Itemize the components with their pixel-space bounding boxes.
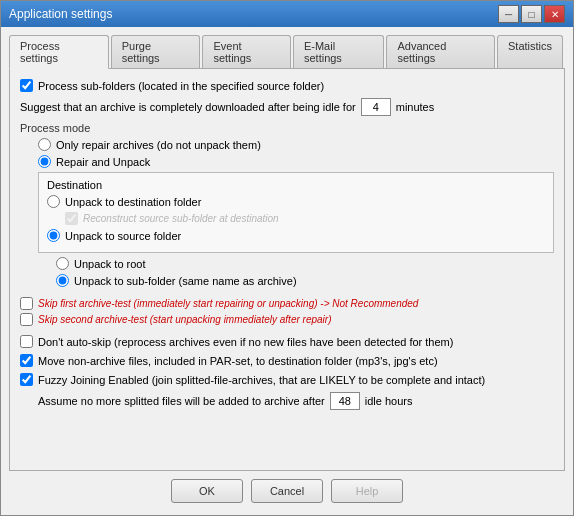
idle-hours-prefix: Assume no more splitted files will be ad…	[38, 395, 325, 407]
cancel-button[interactable]: Cancel	[251, 479, 323, 503]
tab-purge-settings[interactable]: Purge settings	[111, 35, 201, 68]
fuzzy-joining-label: Fuzzy Joining Enabled (join splitted-fil…	[38, 374, 485, 386]
unpack-source-radio[interactable]	[47, 229, 60, 242]
skip-first-row: Skip first archive-test (immediately sta…	[20, 297, 554, 310]
process-subfolders-row: Process sub-folders (located in the spec…	[20, 79, 554, 92]
tab-bar: Process settings Purge settings Event se…	[9, 35, 565, 69]
no-autoskip-row: Don't auto-skip (reprocess archives even…	[20, 335, 554, 348]
idle-minutes-prefix: Suggest that an archive is completely do…	[20, 101, 356, 113]
tab-event-settings[interactable]: Event settings	[202, 35, 291, 68]
reconstruct-row: Reconstruct source sub-folder at destina…	[65, 212, 545, 225]
close-button[interactable]: ✕	[544, 5, 565, 23]
tab-statistics[interactable]: Statistics	[497, 35, 563, 68]
skip-second-label: Skip second archive-test (start unpackin…	[38, 314, 331, 325]
fuzzy-joining-checkbox[interactable]	[20, 373, 33, 386]
move-nonarchive-label: Move non-archive files, included in PAR-…	[38, 355, 438, 367]
process-mode-label: Process mode	[20, 122, 554, 134]
title-bar: Application settings ─ □ ✕	[1, 1, 573, 27]
idle-minutes-row: Suggest that an archive is completely do…	[20, 98, 554, 116]
unpack-dest-label: Unpack to destination folder	[65, 196, 201, 208]
unpack-root-row: Unpack to root	[56, 257, 554, 270]
unpack-dest-row: Unpack to destination folder	[47, 195, 545, 208]
unpack-source-row: Unpack to source folder	[47, 229, 545, 242]
idle-hours-input[interactable]	[330, 392, 360, 410]
window-title: Application settings	[9, 7, 112, 21]
main-content: Process settings Purge settings Event se…	[1, 27, 573, 515]
maximize-button[interactable]: □	[521, 5, 542, 23]
reconstruct-checkbox[interactable]	[65, 212, 78, 225]
move-nonarchive-row: Move non-archive files, included in PAR-…	[20, 354, 554, 367]
repair-unpack-label: Repair and Unpack	[56, 156, 150, 168]
idle-minutes-suffix: minutes	[396, 101, 435, 113]
repair-unpack-row: Repair and Unpack	[38, 155, 554, 168]
idle-hours-suffix: idle hours	[365, 395, 413, 407]
skip-first-checkbox[interactable]	[20, 297, 33, 310]
fuzzy-joining-row: Fuzzy Joining Enabled (join splitted-fil…	[20, 373, 554, 386]
repair-unpack-radio[interactable]	[38, 155, 51, 168]
idle-hours-row: Assume no more splitted files will be ad…	[38, 392, 554, 410]
repair-only-row: Only repair archives (do not unpack them…	[38, 138, 554, 151]
idle-minutes-input[interactable]	[361, 98, 391, 116]
bottom-buttons: OK Cancel Help	[9, 471, 565, 507]
minimize-button[interactable]: ─	[498, 5, 519, 23]
tab-email-settings[interactable]: E-Mail settings	[293, 35, 384, 68]
no-autoskip-checkbox[interactable]	[20, 335, 33, 348]
reconstruct-label: Reconstruct source sub-folder at destina…	[83, 213, 279, 224]
destination-box: Destination Unpack to destination folder…	[38, 172, 554, 253]
destination-label: Destination	[47, 179, 545, 191]
skip-second-row: Skip second archive-test (start unpackin…	[20, 313, 554, 326]
tab-process-settings[interactable]: Process settings	[9, 35, 109, 69]
process-mode-section: Process mode Only repair archives (do no…	[20, 122, 554, 291]
process-subfolders-label: Process sub-folders (located in the spec…	[38, 80, 324, 92]
skip-second-checkbox[interactable]	[20, 313, 33, 326]
unpack-subfolder-row: Unpack to sub-folder (same name as archi…	[56, 274, 554, 287]
title-bar-controls: ─ □ ✕	[498, 5, 565, 23]
move-nonarchive-checkbox[interactable]	[20, 354, 33, 367]
no-autoskip-label: Don't auto-skip (reprocess archives even…	[38, 336, 453, 348]
unpack-source-label: Unpack to source folder	[65, 230, 181, 242]
unpack-root-radio[interactable]	[56, 257, 69, 270]
repair-only-label: Only repair archives (do not unpack them…	[56, 139, 261, 151]
help-button[interactable]: Help	[331, 479, 403, 503]
ok-button[interactable]: OK	[171, 479, 243, 503]
tab-content-process: Process sub-folders (located in the spec…	[9, 69, 565, 471]
unpack-root-label: Unpack to root	[74, 258, 146, 270]
application-window: Application settings ─ □ ✕ Process setti…	[0, 0, 574, 516]
unpack-subfolder-radio[interactable]	[56, 274, 69, 287]
repair-only-radio[interactable]	[38, 138, 51, 151]
tab-advanced-settings[interactable]: Advanced settings	[386, 35, 495, 68]
process-subfolders-checkbox[interactable]	[20, 79, 33, 92]
unpack-subfolder-label: Unpack to sub-folder (same name as archi…	[74, 275, 297, 287]
skip-first-label: Skip first archive-test (immediately sta…	[38, 298, 418, 309]
unpack-dest-radio[interactable]	[47, 195, 60, 208]
